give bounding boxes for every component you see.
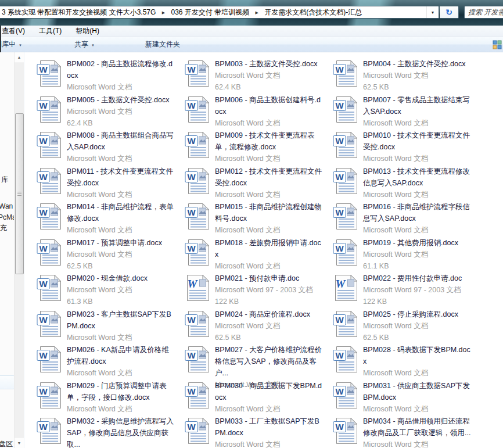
file-text: BPM022 - 费用性付款申请.docMicrosoft Word 97 - … (363, 272, 472, 307)
file-type: Microsoft Word 文档 (215, 260, 324, 272)
file-item[interactable]: W BPM028 - 码表数据下发BPM.docxMicrosoft Word … (324, 343, 472, 379)
scrollbar-thumb[interactable] (15, 113, 24, 274)
breadcrumb-separator-icon: ▶ (162, 10, 165, 15)
file-text: BPM015 - 非商品维护流程创建物料号.docxMicrosoft Word… (215, 200, 324, 236)
file-item[interactable]: W BPM011 - 技术文件变更流程文件受控.docxMicrosoft Wo… (28, 165, 176, 201)
file-item[interactable]: W BPM024 - 商品定价流程.docxMicrosoft Word 文档6… (176, 308, 324, 344)
scrollbar-up-button[interactable]: ▲ (15, 52, 24, 63)
file-text: BPM016 - 非商品维护流程字段信息写入SAP.docxMicrosoft … (363, 200, 472, 236)
file-item[interactable]: W BPM002 - 商品主数据流程修改.docxMicrosoft Word … (28, 58, 176, 94)
file-type: Microsoft Word 文档 (67, 332, 176, 343)
file-item[interactable]: W BPM023 - 客户主数据SAP下发BPM.docxMicrosoft W… (28, 308, 176, 344)
file-item[interactable]: W BPM030 - 商品主数据下发BPM.docxMicrosoft Word… (176, 379, 324, 415)
change-view-button[interactable] (493, 40, 503, 49)
file-type: Microsoft Word 文档 (67, 403, 176, 415)
file-item[interactable]: W BPM027 - 大客户价格维护流程价格信息写入SAP，修改商品及客户...… (176, 343, 324, 379)
file-item[interactable]: W BPM007 - 零售成品主数据结束写入SAP.docxMicrosoft … (324, 94, 472, 130)
file-text: BPM023 - 客户主数据SAP下发BPM.docxMicrosoft Wor… (67, 308, 176, 343)
svg-text:W: W (39, 243, 48, 253)
file-text: BPM007 - 零售成品主数据结束写入SAP.docxMicrosoft Wo… (363, 94, 472, 129)
chevron-down-icon: ▼ (91, 44, 95, 47)
share-button[interactable]: 共享 ▼ (74, 37, 95, 52)
file-item[interactable]: W BPM034 - 商品借用领用归还流程修改商品及工厂获取逻辑，领用...Mi… (324, 415, 472, 448)
word-document-file-icon: W (185, 417, 210, 445)
file-item[interactable]: W BPM019 - 其他费用报销.docxMicrosoft Word 文档6… (324, 236, 472, 273)
nav-item-fragment[interactable]: Wan (0, 202, 13, 210)
word-document-file-icon: W (185, 346, 210, 373)
file-text: BPM006 - 商品主数据创建料号.docxMicrosoft Word 文档 (215, 94, 324, 129)
file-type: Microsoft Word 文档 (67, 284, 176, 296)
nav-scrollbar[interactable]: ▲ ▼ (14, 52, 24, 448)
file-item[interactable]: W BPM003 - 主数据文件受控.docxMicrosoft Word 文档… (176, 58, 324, 94)
navigation-pane: 库WanPcMa充盘区 (0, 52, 14, 448)
file-item[interactable]: W BPM014 - 非商品维护流程，表单修改.docxMicrosoft Wo… (28, 200, 176, 236)
word-document-file-icon: W (185, 239, 210, 266)
breadcrumb-segment[interactable]: 3 系统实现 带配置和开发交接视频 文件大小3.57G (2, 8, 156, 16)
nav-selected-item-highlight[interactable] (0, 375, 14, 389)
nav-item-fragment[interactable]: PcMa (0, 213, 14, 221)
file-item[interactable]: W BPM032 - 采购信息维护流程写入SAP，修改商品信息及供应商获取...… (28, 415, 176, 448)
word-document-file-icon: W (333, 167, 358, 195)
file-size: 62.4 KB (67, 117, 176, 129)
svg-text:W: W (187, 350, 196, 360)
file-item[interactable]: W BPM018 - 差旅费用报销申请.docxMicrosoft Word 文… (176, 236, 324, 273)
word-document-file-icon: W (333, 346, 358, 373)
menu-item-help[interactable]: 帮助(H) (69, 26, 106, 36)
menu-bar: 查看(V) 工具(T) 帮助(H) (0, 26, 503, 37)
file-item[interactable]: W BPM031 - 供应商主数据SAP下发BPM.docxMicrosoft … (324, 379, 472, 415)
file-item[interactable]: W BPM006 - 商品主数据创建料号.docxMicrosoft Word … (176, 94, 324, 130)
file-item[interactable]: W BPM008 - 商品主数据组合商品写入SAP.docxMicrosoft … (28, 129, 176, 165)
file-text: BPM011 - 技术文件变更流程文件受控.docxMicrosoft Word… (67, 165, 176, 200)
nav-item-fragment[interactable]: 充 (0, 223, 7, 233)
svg-text:W: W (335, 315, 344, 325)
file-item[interactable]: W BPM016 - 非商品维护流程字段信息写入SAP.docxMicrosof… (324, 200, 472, 236)
file-item[interactable]: W BPM029 - 门店预算调整申请表单，字段，接口修改.docxMicros… (28, 379, 176, 415)
word-document-file-icon: W (333, 60, 358, 87)
menu-item-view[interactable]: 查看(V) (0, 26, 32, 36)
file-name: BPM031 - 供应商主数据SAP下发BPM.docx (363, 380, 472, 403)
file-type: Microsoft Word 文档 (67, 81, 176, 93)
file-text: BPM004 - 主数据文件受控.docxMicrosoft Word 文档62… (363, 58, 472, 93)
svg-text:W: W (187, 315, 196, 325)
file-item[interactable]: W BPM033 - 工厂主数据SAP下发BPM.docxMicrosoft W… (176, 415, 324, 448)
file-text: BPM009 - 技术文件变更流程表单，流程修改.docxMicrosoft W… (215, 129, 324, 164)
svg-text:W: W (39, 101, 48, 110)
file-item[interactable]: W BPM012 - 技术文件变更流程文件受控.docxMicrosoft Wo… (176, 165, 324, 201)
file-item[interactable]: W BPM010 - 技术文件变更流程文件受控.docxMicrosoft Wo… (324, 129, 472, 165)
file-size: 122 KB (215, 296, 324, 307)
search-input[interactable]: 搜索 开发需求 (464, 6, 503, 19)
file-item[interactable]: W BPM015 - 非商品维护流程创建物料号.docxMicrosoft Wo… (176, 200, 324, 236)
file-item[interactable]: W BPM013 - 技术文件变更流程修改信息写入SAP.docxMicroso… (324, 165, 472, 201)
scrollbar-down-button[interactable]: ▼ (15, 438, 24, 448)
file-item[interactable]: W BPM022 - 费用性付款申请.docMicrosoft Word 97 … (324, 272, 472, 308)
breadcrumb-segment[interactable]: 036 开发交付 带培训视频 (171, 8, 249, 16)
svg-text:W: W (187, 243, 196, 253)
file-name: BPM008 - 商品主数据组合商品写入SAP.docx (67, 130, 176, 153)
file-item[interactable]: W BPM017 - 预算调整申请.docxMicrosoft Word 文档6… (28, 236, 176, 273)
svg-text:W: W (39, 172, 48, 182)
breadcrumb-segment[interactable]: 开发需求文档(含技术文档)-汇总 (264, 8, 362, 16)
file-item[interactable]: W BPM005 - 主数据文件受控.docxMicrosoft Word 文档… (28, 94, 176, 130)
address-dropdown-button[interactable]: ▼ (426, 6, 439, 18)
nav-item-fragment[interactable]: 库 (1, 175, 8, 185)
file-item[interactable]: W BPM025 - 停止采购流程.docxMicrosoft Word 文档6… (324, 308, 472, 344)
new-folder-button[interactable]: 新建文件夹 (145, 37, 180, 52)
file-item[interactable]: W BPM009 - 技术文件变更流程表单，流程修改.docxMicrosoft… (176, 129, 324, 165)
file-item[interactable]: W BPM026 - KA新品申请及价格维护流程.docxMicrosoft W… (28, 343, 176, 379)
file-item[interactable]: W BPM021 - 预付款申请.docMicrosoft Word 97 - … (176, 272, 324, 308)
refresh-button[interactable]: ↻ (440, 6, 459, 19)
svg-text:W: W (335, 101, 344, 110)
menu-item-tools[interactable]: 工具(T) (32, 26, 69, 36)
word-document-file-icon: W (185, 310, 210, 338)
nav-item-fragment[interactable]: 盘区 (0, 439, 13, 448)
file-name: BPM024 - 商品定价流程.docx (215, 309, 324, 320)
file-text: BPM020 - 现金借款.docxMicrosoft Word 文档61.3 … (67, 272, 176, 307)
pane-divider (24, 52, 24, 448)
file-item[interactable]: W BPM004 - 主数据文件受控.docxMicrosoft Word 文档… (324, 58, 472, 94)
file-name: BPM012 - 技术文件变更流程文件受控.docx (215, 166, 324, 189)
file-text: BPM031 - 供应商主数据SAP下发BPM.docxMicrosoft Wo… (363, 379, 472, 415)
file-item[interactable]: W BPM020 - 现金借款.docxMicrosoft Word 文档61.… (28, 272, 176, 308)
svg-text:W: W (335, 136, 344, 146)
address-bar[interactable]: 3 系统实现 带配置和开发交接视频 文件大小3.57G ▶ 036 开发交付 带… (0, 6, 439, 19)
include-in-library-button[interactable]: 到库中 ▼ (0, 37, 22, 52)
